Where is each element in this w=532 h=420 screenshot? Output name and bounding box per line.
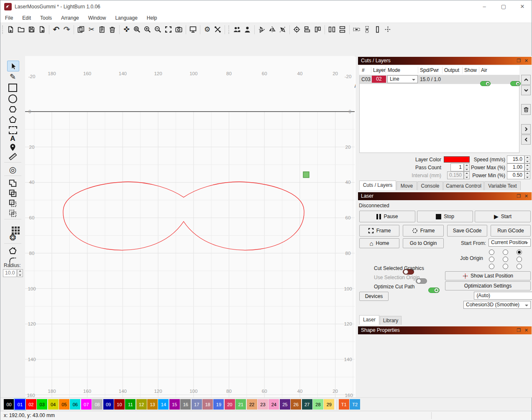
boolean-union-tool[interactable] <box>7 188 18 198</box>
palette-color-29[interactable]: 29 <box>324 399 334 410</box>
job-origin-mid-left[interactable] <box>489 257 494 262</box>
job-origin-top-center[interactable] <box>503 249 508 255</box>
palette-color-07[interactable]: 07 <box>81 399 92 410</box>
layer-left-button[interactable] <box>521 135 531 145</box>
speed-input[interactable]: 15.0 <box>507 155 524 163</box>
copy-icon[interactable] <box>76 24 86 35</box>
layer-delete-button[interactable] <box>521 104 531 115</box>
palette-color-00[interactable]: 00 <box>4 399 14 410</box>
open-file-icon[interactable] <box>16 24 26 35</box>
palette-color-17[interactable]: 17 <box>192 399 202 410</box>
palette-color-08[interactable]: 08 <box>92 399 102 410</box>
redo-icon[interactable]: ↷ <box>61 24 72 35</box>
close-panel-icon[interactable]: ✕ <box>524 57 528 65</box>
weld-tool[interactable] <box>7 178 18 188</box>
pause-button[interactable]: Pause <box>359 211 415 222</box>
run-gcode-button[interactable]: Run GCode <box>491 225 531 237</box>
tab-move[interactable]: Move <box>396 181 417 190</box>
tab-laser[interactable]: Laser <box>359 315 379 325</box>
palette-color-22[interactable]: 22 <box>247 399 257 410</box>
power-max-spinner[interactable] <box>524 163 530 171</box>
job-origin-mid-right[interactable] <box>517 257 522 262</box>
goto-origin-button[interactable]: Go to Origin <box>403 238 444 248</box>
ellipse-tool[interactable] <box>7 94 18 104</box>
toolbar-drag-handle[interactable] <box>228 25 231 34</box>
float-panel-icon[interactable]: ❐ <box>517 192 521 200</box>
zoom-out-icon[interactable] <box>153 24 163 35</box>
layer-move-down-button[interactable] <box>521 85 531 95</box>
tab-console[interactable]: Console <box>417 181 443 190</box>
palette-color-04[interactable]: 04 <box>48 399 59 410</box>
minimize-button[interactable]: – <box>478 2 491 11</box>
palette-color-14[interactable]: 14 <box>158 399 169 410</box>
delete-icon[interactable] <box>107 24 118 35</box>
palette-color-03[interactable]: 03 <box>37 399 47 410</box>
palette-color-11[interactable]: 11 <box>125 399 136 410</box>
palette-color-T2[interactable]: T2 <box>350 399 360 410</box>
focus-target-icon[interactable] <box>292 24 302 35</box>
zoom-in-icon[interactable] <box>142 24 153 35</box>
home-button[interactable]: ⌂ Home <box>359 238 399 248</box>
layer-mode-select[interactable]: Line <box>387 75 418 83</box>
palette-color-15[interactable]: 15 <box>169 399 180 410</box>
import-icon[interactable] <box>37 24 47 35</box>
job-origin-mid-center[interactable] <box>503 257 508 262</box>
close-panel-icon[interactable]: ✕ <box>524 192 528 200</box>
palette-color-13[interactable]: 13 <box>147 399 158 410</box>
palette-color-20[interactable]: 20 <box>225 399 235 410</box>
show-last-position-button[interactable]: Show Last Position <box>445 271 531 280</box>
boolean-intersect-tool[interactable] <box>7 208 18 218</box>
power-max-input[interactable]: 1.00 <box>507 163 524 171</box>
stop-button[interactable]: Stop <box>417 211 473 222</box>
new-file-icon[interactable] <box>5 24 16 35</box>
menu-tools[interactable]: Tools <box>36 13 56 23</box>
frame-selection-icon[interactable] <box>163 24 174 35</box>
material-library-users-icon[interactable] <box>232 24 242 35</box>
position-laser-tool[interactable] <box>7 142 18 152</box>
workspace-canvas[interactable]: 1801801601601401401201201001008080606040… <box>25 56 355 397</box>
preview-icon[interactable] <box>188 24 198 35</box>
job-origin-bottom-right[interactable] <box>517 264 522 269</box>
toolbar-drag-handle[interactable] <box>2 25 5 34</box>
palette-color-16[interactable]: 16 <box>180 399 191 410</box>
camera-capture-icon[interactable] <box>174 24 184 35</box>
palette-color-28[interactable]: 28 <box>313 399 323 410</box>
job-origin-bottom-left[interactable] <box>489 264 494 269</box>
layer-output-toggle[interactable] <box>480 81 491 86</box>
close-button[interactable]: ✕ <box>516 2 529 11</box>
device-settings-icon[interactable] <box>212 24 223 35</box>
palette-color-24[interactable]: 24 <box>269 399 279 410</box>
optimization-settings-button[interactable]: Optimization Settings <box>445 281 531 290</box>
space-vertical-icon[interactable] <box>362 24 372 35</box>
speed-spinner[interactable] <box>524 155 530 163</box>
flip-vertical-icon[interactable] <box>256 24 267 35</box>
save-icon[interactable] <box>26 24 37 35</box>
palette-color-05[interactable]: 05 <box>59 399 69 410</box>
palette-color-25[interactable]: 25 <box>280 399 290 410</box>
optimize-cut-path-toggle[interactable] <box>428 288 440 293</box>
palette-color-26[interactable]: 26 <box>291 399 301 410</box>
boolean-subtract-tool[interactable] <box>7 198 18 208</box>
layer-right-button[interactable] <box>521 124 531 134</box>
polygon-tool[interactable] <box>7 104 18 114</box>
layer-show-toggle[interactable] <box>510 81 521 86</box>
layer-move-up-button[interactable] <box>521 75 531 85</box>
tab-library[interactable]: Library <box>380 316 402 325</box>
paste-icon[interactable] <box>97 24 107 35</box>
float-panel-icon[interactable]: ❐ <box>517 57 521 65</box>
radius-input[interactable]: 10.0 <box>3 269 17 277</box>
layer-row[interactable]: C03 02 Line 15.0 / 1.0 <box>360 75 519 84</box>
offset-shapes-tool[interactable]: ◎ <box>7 165 18 175</box>
job-origin-bottom-center[interactable] <box>503 264 508 269</box>
rectangle-tool[interactable] <box>7 83 18 93</box>
mirror-diagonal-icon[interactable] <box>277 24 288 35</box>
palette-color-10[interactable]: 10 <box>114 399 125 410</box>
palette-color-06[interactable]: 06 <box>70 399 80 410</box>
palette-color-01[interactable]: 01 <box>15 399 25 410</box>
menu-language[interactable]: Language <box>110 13 142 23</box>
undo-icon[interactable]: ↶ <box>51 24 61 35</box>
job-origin-top-right[interactable] <box>517 249 522 255</box>
circular-array-tool[interactable]: ❂ <box>7 232 18 242</box>
start-button[interactable]: ▶ Start <box>475 211 531 222</box>
close-panel-icon[interactable]: ✕ <box>524 326 528 334</box>
